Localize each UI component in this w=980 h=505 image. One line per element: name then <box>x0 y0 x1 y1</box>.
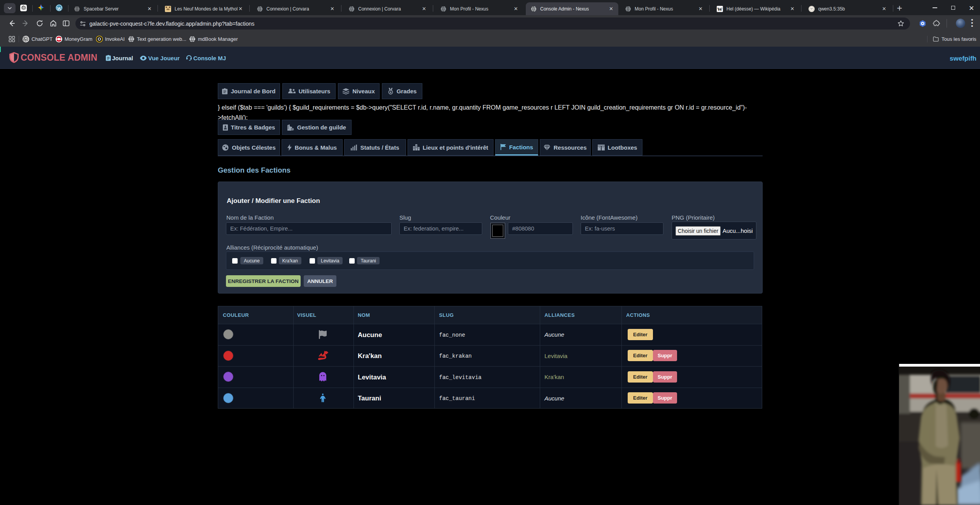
svg-text:W: W <box>717 6 723 12</box>
